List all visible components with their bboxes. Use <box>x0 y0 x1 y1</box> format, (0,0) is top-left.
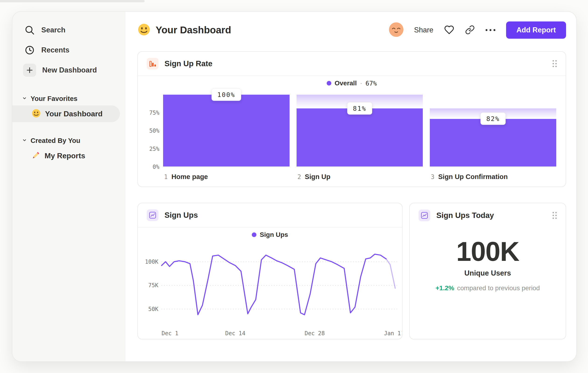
dashboard-header: Your Dashboard Share <box>137 21 566 39</box>
search-icon <box>24 24 35 36</box>
drag-handle-icon[interactable] <box>553 212 557 219</box>
sidebar-item-label: Your Dashboard <box>45 110 103 118</box>
funnel-step-badge: 82% <box>480 113 506 125</box>
heart-icon <box>444 25 454 36</box>
chevron-down-icon <box>22 137 27 144</box>
line-chart-icon <box>147 209 158 221</box>
sidebar-item-your-dashboard[interactable]: Your Dashboard <box>12 105 120 122</box>
funnel-legend[interactable]: Overall · 67% <box>138 76 566 91</box>
pencil-emoji-icon <box>32 151 40 161</box>
legend-dot <box>252 232 256 237</box>
section-title: Your Favorites <box>31 95 77 102</box>
funnel-step-label: 1 Home page <box>163 173 290 181</box>
ellipsis-icon <box>486 29 495 31</box>
funnel-step-column: 81% 2 Sign Up <box>297 95 423 181</box>
funnel-bar[interactable]: 81% <box>297 95 423 167</box>
funnel-bar-fill <box>430 119 556 167</box>
sidebar-item-label: New Dashboard <box>42 66 97 74</box>
sidebar-section-created-by-you: Created By You My Reports <box>12 134 125 164</box>
share-button[interactable]: Share <box>414 26 433 34</box>
funnel-step-badge: 100% <box>211 89 241 101</box>
more-options-button[interactable] <box>486 29 495 31</box>
sidebar-item-recents[interactable]: Recents <box>12 40 125 60</box>
kpi-delta: +1.2% <box>435 284 454 292</box>
sidebar: Search Recents New Dashboard <box>12 12 125 361</box>
legend-dot <box>327 81 331 86</box>
svg-text:Dec 28: Dec 28 <box>305 330 325 337</box>
svg-text:Dec 14: Dec 14 <box>225 330 245 337</box>
drag-handle-icon[interactable] <box>553 60 557 67</box>
legend-label: Overall <box>335 80 357 87</box>
legend-separator: · <box>360 80 362 87</box>
report-title: Sign Ups Today <box>436 211 546 220</box>
sidebar-item-my-reports[interactable]: My Reports <box>12 147 120 164</box>
kpi-delta-note: compared to previous period <box>457 284 540 292</box>
funnel-step-label: 3 Sign Up Confirmation <box>430 173 556 181</box>
background-artifact <box>0 0 145 2</box>
app-window: Search Recents New Dashboard <box>12 11 577 362</box>
sidebar-item-label: Search <box>41 26 65 34</box>
smiley-emoji-icon <box>32 109 41 119</box>
kpi-report-card: Sign Ups Today 100K Unique Users +1.2% c… <box>409 203 566 339</box>
funnel-chart-icon <box>147 58 158 70</box>
link-icon <box>465 25 475 35</box>
funnel-y-axis: 75%50%25%0% <box>141 95 159 167</box>
sidebar-item-label: My Reports <box>45 151 85 160</box>
funnel-chart: 75%50%25%0% 100% 1 Home page <box>138 91 566 181</box>
user-avatar[interactable] <box>389 22 403 38</box>
legend-label: Sign Ups <box>260 231 288 239</box>
funnel-step-label: 2 Sign Up <box>297 173 423 181</box>
funnel-bar-fill <box>163 95 290 166</box>
svg-text:75K: 75K <box>148 282 159 289</box>
svg-text:Dec 1: Dec 1 <box>162 330 178 337</box>
step-number: 3 <box>431 173 434 181</box>
favorites-section-header[interactable]: Your Favorites <box>12 92 125 105</box>
created-by-you-section-header[interactable]: Created By You <box>12 134 125 147</box>
funnel-step-column: 82% 3 Sign Up Confirmation <box>430 95 556 181</box>
dashboard-emoji-icon <box>137 23 150 37</box>
line-legend[interactable]: Sign Ups <box>138 228 402 242</box>
step-name: Sign Up <box>305 173 330 181</box>
add-report-button[interactable]: Add Report <box>506 21 566 39</box>
sidebar-item-label: Recents <box>41 46 70 54</box>
funnel-bar[interactable]: 100% <box>163 95 290 167</box>
line-chart-icon <box>419 210 430 221</box>
svg-text:Jan 11: Jan 11 <box>384 330 402 337</box>
line-report-card: Sign Ups Sign Ups 100K75K50KDec 1Dec 14D… <box>137 203 402 339</box>
sidebar-section-favorites: Your Favorites Your Dashboard <box>12 92 125 122</box>
favorite-heart-button[interactable] <box>444 25 454 36</box>
line-chart[interactable]: 100K75K50KDec 1Dec 14Dec 28Jan 11 <box>138 242 402 339</box>
sidebar-item-new-dashboard[interactable]: New Dashboard <box>12 60 125 80</box>
funnel-step-badge: 81% <box>347 102 372 114</box>
svg-text:100K: 100K <box>145 259 158 265</box>
report-title: Sign Up Rate <box>165 59 546 68</box>
report-title: Sign Ups <box>165 211 393 220</box>
funnel-bar[interactable]: 82% <box>430 95 556 167</box>
step-name: Home page <box>171 173 208 181</box>
funnel-bar-fill <box>297 108 423 166</box>
funnel-report-card: Sign Up Rate Overall · 67% 75%50%25%0% 1… <box>137 51 566 187</box>
copy-link-button[interactable] <box>465 25 475 35</box>
svg-text:50K: 50K <box>148 306 159 313</box>
sidebar-item-search[interactable]: Search <box>12 20 125 40</box>
line-chart-svg: 100K75K50KDec 1Dec 14Dec 28Jan 11 <box>138 242 402 339</box>
kpi-label: Unique Users <box>464 269 511 277</box>
step-name: Sign Up Confirmation <box>438 173 508 181</box>
page-title: Your Dashboard <box>156 24 231 36</box>
legend-value: 67% <box>365 80 377 87</box>
kpi-value: 100K <box>456 237 519 267</box>
chevron-down-icon <box>22 95 27 102</box>
plus-icon <box>23 64 36 77</box>
clock-icon <box>24 45 35 56</box>
funnel-step-column: 100% 1 Home page <box>163 95 290 181</box>
section-title: Created By You <box>31 137 80 144</box>
step-number: 2 <box>297 173 301 181</box>
step-number: 1 <box>164 173 168 181</box>
main-content: Your Dashboard Share <box>125 12 577 361</box>
